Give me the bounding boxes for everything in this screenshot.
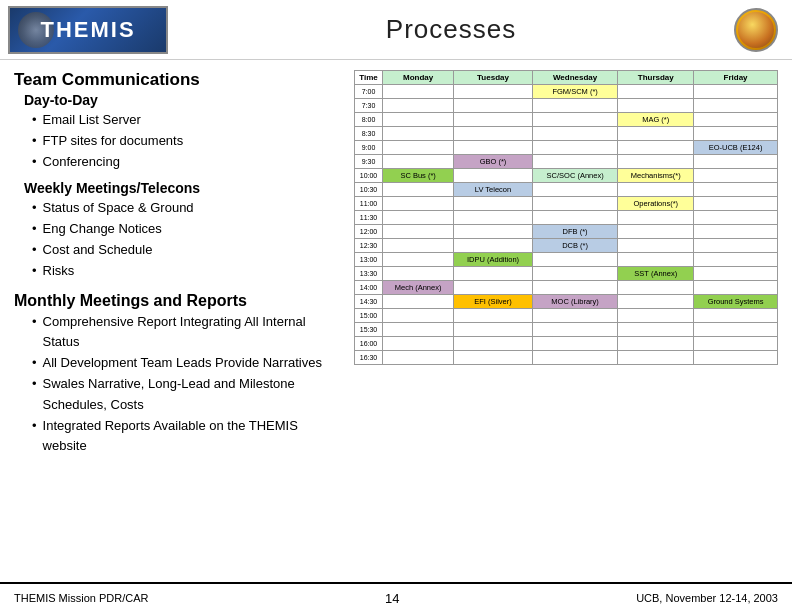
header-badge <box>734 8 778 52</box>
schedule-cell: SC/SOC (Annex) <box>532 169 618 183</box>
schedule-table: Time Monday Tuesday Wednesday Thursday F… <box>354 70 778 365</box>
schedule-cell <box>618 211 694 225</box>
schedule-cell <box>532 127 618 141</box>
list-item: Email List Server <box>32 110 344 131</box>
time-cell: 7:30 <box>355 99 383 113</box>
time-cell: 10:30 <box>355 183 383 197</box>
schedule-cell <box>454 309 533 323</box>
schedule-cell: DCB (*) <box>532 239 618 253</box>
time-cell: 12:30 <box>355 239 383 253</box>
schedule-cell <box>618 183 694 197</box>
table-row: 11:00Operations(*) <box>355 197 778 211</box>
left-column: Team Communications Day-to-Day Email Lis… <box>14 70 354 572</box>
schedule-cell <box>694 183 778 197</box>
schedule-cell <box>694 323 778 337</box>
list-item: Cost and Schedule <box>32 240 344 261</box>
schedule-cell: Mechanisms(*) <box>618 169 694 183</box>
schedule-cell <box>383 337 454 351</box>
schedule-cell <box>532 281 618 295</box>
schedule-cell <box>454 281 533 295</box>
team-comm-title: Team Communications <box>14 70 344 90</box>
time-cell: 10:00 <box>355 169 383 183</box>
schedule-cell <box>532 351 618 365</box>
schedule-cell: MOC (Library) <box>532 295 618 309</box>
schedule-cell <box>454 127 533 141</box>
badge-inner <box>738 12 774 48</box>
schedule-cell <box>383 85 454 99</box>
time-cell: 13:30 <box>355 267 383 281</box>
schedule-cell <box>694 253 778 267</box>
footer-right: UCB, November 12-14, 2003 <box>636 592 778 604</box>
schedule-cell <box>383 155 454 169</box>
day-to-day-title: Day-to-Day <box>24 92 344 108</box>
schedule-cell <box>618 99 694 113</box>
schedule-cell <box>383 309 454 323</box>
list-item: Risks <box>32 261 344 282</box>
schedule-cell <box>383 225 454 239</box>
monthly-section: Monthly Meetings and Reports Comprehensi… <box>14 292 344 458</box>
schedule-cell: IDPU (Addition) <box>454 253 533 267</box>
schedule-cell <box>618 337 694 351</box>
schedule-cell <box>454 169 533 183</box>
schedule-cell <box>383 351 454 365</box>
logo-text: THEMIS <box>40 17 135 43</box>
schedule-cell <box>694 197 778 211</box>
schedule-cell <box>618 295 694 309</box>
schedule-cell <box>694 309 778 323</box>
schedule-cell <box>383 211 454 225</box>
list-item: Conferencing <box>32 152 344 173</box>
schedule-cell <box>618 127 694 141</box>
table-row: 14:00Mech (Annex) <box>355 281 778 295</box>
schedule-cell: EO-UCB (E124) <box>694 141 778 155</box>
schedule-cell <box>383 141 454 155</box>
logo: THEMIS <box>8 6 168 54</box>
weekly-title: Weekly Meetings/Telecons <box>24 180 344 196</box>
table-row: 16:00 <box>355 337 778 351</box>
schedule-cell <box>454 141 533 155</box>
schedule-cell <box>454 197 533 211</box>
footer: THEMIS Mission PDR/CAR 14 UCB, November … <box>0 582 792 612</box>
schedule-cell <box>694 351 778 365</box>
time-cell: 15:00 <box>355 309 383 323</box>
schedule-cell <box>383 295 454 309</box>
schedule-cell <box>454 337 533 351</box>
schedule-table-container: Time Monday Tuesday Wednesday Thursday F… <box>354 70 778 572</box>
col-tuesday: Tuesday <box>454 71 533 85</box>
main-content: Team Communications Day-to-Day Email Lis… <box>0 60 792 582</box>
table-row: 14:30EFI (Silver)MOC (Library)Ground Sys… <box>355 295 778 309</box>
list-item: FTP sites for documents <box>32 131 344 152</box>
schedule-cell <box>383 253 454 267</box>
table-row: 12:30DCB (*) <box>355 239 778 253</box>
list-item: All Development Team Leads Provide Narra… <box>32 353 344 374</box>
schedule-cell <box>618 141 694 155</box>
schedule-cell <box>383 113 454 127</box>
list-item: Swales Narrative, Long-Lead and Mileston… <box>32 374 344 416</box>
list-item: Comprehensive Report Integrating All Int… <box>32 312 344 354</box>
time-cell: 8:00 <box>355 113 383 127</box>
schedule-cell <box>694 85 778 99</box>
table-row: 9:30GBO (*) <box>355 155 778 169</box>
schedule-cell <box>618 239 694 253</box>
col-thursday: Thursday <box>618 71 694 85</box>
table-row: 15:30 <box>355 323 778 337</box>
time-cell: 11:00 <box>355 197 383 211</box>
schedule-cell <box>383 127 454 141</box>
list-item: Integrated Reports Available on the THEM… <box>32 416 344 458</box>
schedule-cell <box>532 211 618 225</box>
time-cell: 15:30 <box>355 323 383 337</box>
time-cell: 13:00 <box>355 253 383 267</box>
schedule-cell <box>532 183 618 197</box>
schedule-cell <box>532 141 618 155</box>
schedule-cell <box>618 351 694 365</box>
col-monday: Monday <box>383 71 454 85</box>
table-row: 12:00DFB (*) <box>355 225 778 239</box>
schedule-cell <box>454 113 533 127</box>
schedule-cell: SC Bus (*) <box>383 169 454 183</box>
schedule-cell <box>694 225 778 239</box>
schedule-cell <box>383 239 454 253</box>
table-row: 8:30 <box>355 127 778 141</box>
col-time: Time <box>355 71 383 85</box>
schedule-cell <box>532 113 618 127</box>
schedule-cell: DFB (*) <box>532 225 618 239</box>
schedule-cell <box>383 99 454 113</box>
